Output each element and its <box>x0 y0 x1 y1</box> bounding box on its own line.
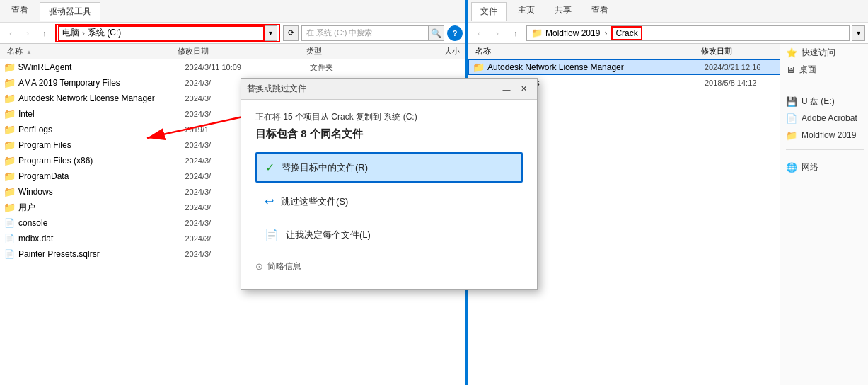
acrobat-label: Adobe Acrobat <box>802 113 857 123</box>
moldflow-label: Moldflow 2019 <box>545 28 600 38</box>
dialog-option-skip[interactable]: ↩ 跳过这些文件(S) <box>255 187 523 216</box>
right-toolbar: 文件 主页 共享 查看 <box>468 0 868 23</box>
file-name: ProgramData <box>18 171 185 181</box>
usb-drive-item[interactable]: 💾 U 盘 (E:) <box>780 93 868 110</box>
pc-label: 电脑 <box>62 27 79 39</box>
quick-access-label: 快速访问 <box>802 47 835 59</box>
tab-file-right[interactable]: 文件 <box>471 2 507 21</box>
folder-icon: 📁 <box>3 92 16 105</box>
dialog-titlebar: 替换或跳过文件 — ✕ <box>241 79 537 100</box>
dialog-details-label: 简略信息 <box>267 260 301 272</box>
left-toolbar: 查看 驱动器工具 <box>0 0 465 23</box>
back-button-left[interactable]: ‹ <box>3 25 18 41</box>
system-c-label: 系统 (C:) <box>88 27 121 39</box>
left-address-bar: ‹ › ↑ 电脑 › 系统 (C:) ▾ ⟳ 在 系统 (C:) 中搜索 🔍 ? <box>0 23 465 44</box>
moldflow-icon: 📁 <box>786 130 797 141</box>
file-name: Program Files <box>18 140 185 150</box>
moldflow-item[interactable]: 📁 Moldflow 2019 <box>780 127 868 144</box>
moldflow-item-label: Moldflow 2019 <box>802 130 856 140</box>
back-button-right[interactable]: ‹ <box>471 25 487 41</box>
checkmark-icon: ✓ <box>265 161 274 174</box>
col-header-type[interactable]: 类型 <box>303 46 390 57</box>
right-col-name[interactable]: 名称 <box>468 46 698 57</box>
star-icon: ⭐ <box>786 47 797 58</box>
address-dropdown-left[interactable]: ▾ <box>265 25 277 41</box>
file-name: Autodesk Network License Manager <box>18 93 185 103</box>
file-name: AMA 2019 Temporary Files <box>18 78 185 88</box>
dialog-option-replace[interactable]: ✓ 替换目标中的文件(R) <box>255 152 523 183</box>
right-address-bar: ‹ › ↑ 📁 Moldflow 2019 › Crack ▾ <box>468 23 868 44</box>
file-icon: 📄 <box>3 217 16 229</box>
adobe-acrobat-item[interactable]: 📄 Adobe Acrobat <box>780 110 868 127</box>
skip-icon: ↩ <box>265 195 274 208</box>
desktop-item[interactable]: 🖥 桌面 <box>780 61 868 78</box>
tab-view-right[interactable]: 查看 <box>583 1 617 21</box>
tab-share-right[interactable]: 共享 <box>546 1 580 21</box>
devices-section <box>786 84 864 90</box>
file-name: Intel <box>18 109 185 119</box>
crack-label: Crack <box>611 26 642 40</box>
dialog-option-decide[interactable]: 📄 让我决定每个文件(L) <box>255 220 523 249</box>
file-name: Windows <box>18 187 185 197</box>
network-item[interactable]: 🌐 网络 <box>780 159 868 176</box>
file-icon: 📄 <box>3 232 16 245</box>
dialog-title: 替换或跳过文件 <box>247 83 306 95</box>
right-sidebar: ⭐ 快速访问 🖥 桌面 💾 U 盘 (E:) 📄 Adobe Acrobat 📁… <box>780 44 868 385</box>
replace-dialog: 替换或跳过文件 — ✕ 正在将 15 个项目从 Crack 复制到 系统 (C:… <box>241 78 538 290</box>
folder-icon: 📁 <box>3 154 16 167</box>
search-box-left[interactable]: 在 系统 (C:) 中搜索 <box>301 25 429 41</box>
refresh-button-left[interactable]: ⟳ <box>283 25 299 41</box>
decide-icon: 📄 <box>265 228 279 241</box>
folder-icon: 📁 <box>3 185 16 198</box>
folder-icon: 📁 <box>3 139 16 151</box>
folder-icon: 📁 <box>3 201 16 214</box>
dialog-body: 正在将 15 个项目从 Crack 复制到 系统 (C:) 目标包含 8 个同名… <box>241 100 537 289</box>
right-path[interactable]: 📁 Moldflow 2019 › Crack <box>526 25 850 41</box>
forward-button-right[interactable]: › <box>490 25 505 41</box>
file-name: console <box>18 218 185 228</box>
tab-home-right[interactable]: 主页 <box>509 1 543 21</box>
sort-icon: ▲ <box>26 49 32 55</box>
desktop-icon: 🖥 <box>786 64 795 75</box>
quick-access-item[interactable]: ⭐ 快速访问 <box>780 44 868 61</box>
desktop-label: 桌面 <box>799 64 816 76</box>
folder-icon-right: 📁 <box>531 28 543 38</box>
file-name: $WinREAgent <box>18 62 185 72</box>
dialog-controls: — ✕ <box>499 81 531 97</box>
network-label: 网络 <box>802 161 818 173</box>
col-header-size[interactable]: 大小 <box>390 46 465 57</box>
folder-icon: 📁 <box>3 170 16 183</box>
dialog-option-decide-label: 让我决定每个文件(L) <box>286 229 371 241</box>
list-item[interactable]: 📁$WinREAgent2024/3/11 10:09文件夹 <box>0 59 465 75</box>
folder-icon: 📁 <box>3 61 16 74</box>
up-button-right[interactable]: ↑ <box>508 25 523 41</box>
file-date: 2024/3/11 10:09 <box>185 63 310 71</box>
search-button-left[interactable]: 🔍 <box>429 25 444 41</box>
tab-view-left[interactable]: 查看 <box>3 1 37 21</box>
dialog-minimize-button[interactable]: — <box>499 81 514 97</box>
forward-button-left[interactable]: › <box>20 25 35 41</box>
tab-driver-tools[interactable]: 驱动器工具 <box>40 2 100 21</box>
usb-label: U 盘 (E:) <box>802 96 835 108</box>
dialog-details-button[interactable]: ⊙ 简略信息 <box>255 255 523 278</box>
file-name: PerfLogs <box>18 125 185 134</box>
left-path[interactable]: 电脑 › 系统 (C:) <box>58 25 265 41</box>
help-button-left[interactable]: ? <box>447 25 463 41</box>
up-button-left[interactable]: ↑ <box>37 25 52 41</box>
left-col-headers: 名称 ▲ 修改日期 类型 大小 <box>0 44 465 59</box>
col-header-name[interactable]: 名称 ▲ <box>0 46 175 57</box>
dialog-close-button[interactable]: ✕ <box>516 81 531 97</box>
right-file-name: Autodesk Network License Manager <box>487 62 705 72</box>
path-sep-right: › <box>604 28 607 38</box>
usb-icon: 💾 <box>786 96 797 107</box>
acrobat-icon: 📄 <box>786 113 797 124</box>
network-icon: 🌐 <box>786 162 797 173</box>
details-icon: ⊙ <box>255 261 263 272</box>
dialog-info-text: 正在将 15 个项目从 Crack 复制到 系统 (C:) <box>255 111 523 123</box>
path-separator-1: › <box>82 28 85 38</box>
col-header-date[interactable]: 修改日期 <box>175 46 303 57</box>
file-icon: 📄 <box>3 248 16 260</box>
right-folder-icon: 📁 <box>472 61 485 74</box>
address-dropdown-right[interactable]: ▾ <box>852 25 865 41</box>
folder-icon: 📁 <box>3 76 16 89</box>
